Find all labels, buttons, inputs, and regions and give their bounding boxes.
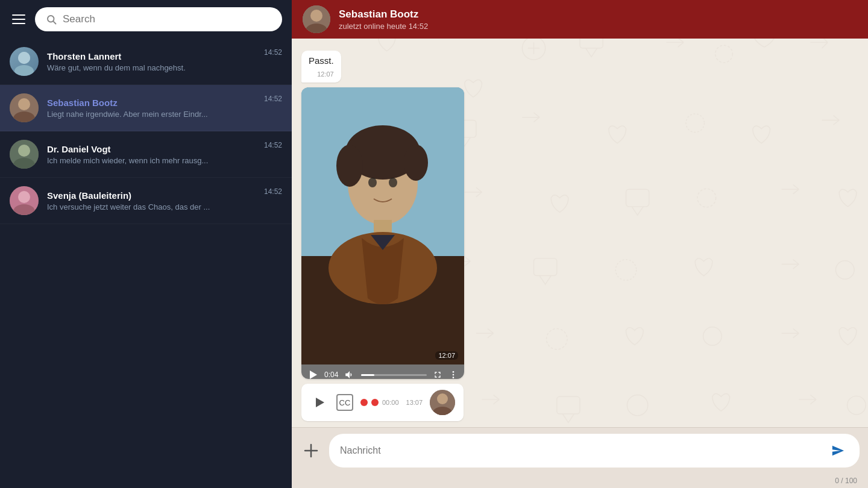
video-person <box>301 87 464 364</box>
svg-point-6 <box>18 98 30 110</box>
svg-marker-47 <box>310 371 317 379</box>
video-duration: 0:04 <box>324 371 338 379</box>
video-thumbnail: 12:07 <box>301 87 464 364</box>
voice-recording-dot <box>360 399 368 406</box>
svg-point-44 <box>389 178 397 187</box>
search-icon <box>46 14 57 25</box>
chat-item-thorsten[interactable]: Thorsten Lannert Wäre gut, wenn du dem m… <box>0 39 292 85</box>
chat-preview-svenja: Ich versuche jetzt weiter das Chaos, das… <box>47 202 256 211</box>
video-fullscreen-button[interactable] <box>433 370 442 379</box>
video-time-badge: 12:07 <box>435 351 458 360</box>
svg-point-4 <box>18 52 30 64</box>
chat-info-svenja: Svenja (Bauleiterin) Ich versuche jetzt … <box>47 190 256 211</box>
messages-area: Passt. 12:07 <box>292 39 868 427</box>
svg-point-9 <box>18 145 30 157</box>
video-progress-bar[interactable] <box>361 374 427 376</box>
avatar-thorsten <box>10 47 39 76</box>
chat-preview-thorsten: Wäre gut, wenn du dem mal nachgehst. <box>47 63 256 72</box>
voice-play-button[interactable] <box>310 393 329 412</box>
chat-info-daniel: Dr. Daniel Vogt Ich melde mich wieder, w… <box>47 144 256 165</box>
chat-name-daniel: Dr. Daniel Vogt <box>47 144 256 154</box>
svg-point-12 <box>18 191 30 203</box>
search-input[interactable] <box>63 13 271 25</box>
avatar-svenja <box>10 186 39 215</box>
message-voice: CC 00:00 13:07 <box>301 384 464 421</box>
video-progress-fill <box>361 374 374 376</box>
chat-info-sebastian: Sebastian Bootz Liegt nahe irgendwie. Ab… <box>47 98 256 119</box>
chat-name-svenja: Svenja (Bauleiterin) <box>47 190 256 201</box>
chat-time-svenja: 14:52 <box>264 187 282 196</box>
voice-time: 00:00 <box>382 399 399 406</box>
chat-item-svenja[interactable]: Svenja (Bauleiterin) Ich versuche jetzt … <box>0 178 292 224</box>
video-play-button[interactable] <box>307 369 318 379</box>
message-input[interactable] <box>340 445 821 456</box>
svg-point-35 <box>310 10 322 22</box>
message-text-passt: Passt. <box>309 55 334 66</box>
chat-time-daniel: 14:52 <box>264 141 282 149</box>
svg-point-42 <box>404 145 428 181</box>
svg-point-43 <box>368 178 377 187</box>
svg-point-48 <box>453 371 454 373</box>
chat-header: Sebastian Bootz zuletzt online heute 14:… <box>292 0 868 39</box>
svg-point-49 <box>453 374 454 376</box>
input-area <box>292 427 868 474</box>
video-more-button[interactable] <box>448 370 458 379</box>
contact-status: zuletzt online heute 14:52 <box>339 22 857 31</box>
voice-sender-avatar <box>430 390 455 415</box>
chat-item-daniel[interactable]: Dr. Daniel Vogt Ich melde mich wieder, w… <box>0 131 292 178</box>
chat-preview-sebastian: Liegt nahe irgendwie. Aber mein erster E… <box>47 110 256 119</box>
chat-name-thorsten: Thorsten Lannert <box>47 51 256 61</box>
video-controls: 0:04 <box>301 364 464 379</box>
sidebar: Thorsten Lannert Wäre gut, wenn du dem m… <box>0 0 292 488</box>
avatar-daniel <box>10 140 39 169</box>
chat-preview-daniel: Ich melde mich wieder, wenn ich mehr rau… <box>47 156 256 165</box>
search-box[interactable] <box>35 7 282 31</box>
svg-point-41 <box>336 145 363 187</box>
add-attachment-button[interactable] <box>300 440 322 461</box>
voice-timestamp: 13:07 <box>406 399 423 406</box>
svg-line-1 <box>53 21 55 23</box>
message-input-wrapper[interactable] <box>329 434 860 468</box>
chat-header-avatar <box>303 5 330 33</box>
char-count: 0 / 100 <box>835 477 857 485</box>
chat-name-sebastian: Sebastian Bootz <box>47 98 256 108</box>
send-button[interactable] <box>827 440 849 461</box>
message-time-passt: 12:07 <box>317 70 334 78</box>
chat-info-thorsten: Thorsten Lannert Wäre gut, wenn du dem m… <box>47 51 256 72</box>
chat-time-sebastian: 14:52 <box>264 95 282 103</box>
avatar-sebastian <box>10 93 39 122</box>
video-volume-button[interactable] <box>344 369 355 379</box>
voice-progress-thumb <box>371 399 379 406</box>
message-passt: Passt. 12:07 <box>301 51 341 83</box>
chat-list: Thorsten Lannert Wäre gut, wenn du dem m… <box>0 39 292 488</box>
message-video: 12:07 0:04 <box>301 87 464 379</box>
chat-header-info: Sebastian Bootz zuletzt online heute 14:… <box>339 8 857 31</box>
contact-name: Sebastian Bootz <box>339 8 857 20</box>
chat-area: Sebastian Bootz zuletzt online heute 14:… <box>292 0 868 488</box>
svg-point-3 <box>14 65 34 76</box>
voice-cc-button[interactable]: CC <box>336 394 353 411</box>
chat-item-sebastian[interactable]: Sebastian Bootz Liegt nahe irgendwie. Ab… <box>0 85 292 131</box>
svg-marker-51 <box>316 398 324 407</box>
svg-point-50 <box>453 377 454 378</box>
hamburger-icon[interactable] <box>10 12 28 27</box>
chat-time-thorsten: 14:52 <box>264 48 282 57</box>
svg-point-53 <box>437 393 448 404</box>
sidebar-header <box>0 0 292 39</box>
